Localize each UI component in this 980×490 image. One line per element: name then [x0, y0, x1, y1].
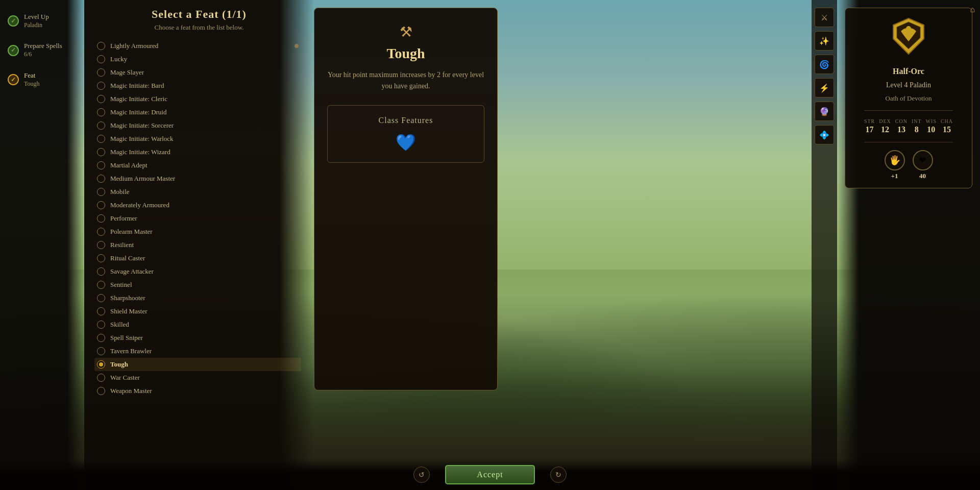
feat-name: Shield Master [110, 307, 148, 315]
stat-value: 15 [943, 125, 951, 134]
feat-item[interactable]: Performer [94, 212, 301, 225]
feat-item[interactable]: Tough [94, 358, 301, 371]
feat-item[interactable]: Magic Initiate: Druid [94, 106, 301, 119]
feat-name: War Caster [110, 374, 140, 382]
feat-item[interactable]: Sentinel [94, 278, 301, 291]
feat-name: Ritual Caster [110, 254, 145, 262]
feat-radio [97, 360, 105, 369]
stat-label: CHA [941, 118, 953, 124]
diamond-icon[interactable]: 💠 [815, 125, 834, 144]
character-card: Half-Orc Level 4 Paladin Oath of Devotio… [845, 8, 972, 188]
feat-name: Resilient [110, 241, 134, 249]
feat-radio [97, 175, 105, 183]
feat-radio [97, 214, 105, 223]
feat-name: Magic Initiate: Warlock [110, 135, 174, 143]
feat-radio [97, 307, 105, 315]
feat-name: Savage Attacker [110, 267, 154, 276]
feat-item[interactable]: Polearm Master [94, 225, 301, 238]
feat-radio [97, 374, 105, 382]
resource-value: 40 [919, 172, 926, 180]
feat-item[interactable]: Weapon Master [94, 384, 301, 398]
feat-item[interactable]: Medium Armour Master [94, 172, 301, 185]
feat-item[interactable]: Lucky [94, 53, 301, 66]
feat-radio [97, 55, 105, 63]
class-features-icon: 💙 [396, 133, 416, 152]
feat-item[interactable]: Mage Slayer [94, 66, 301, 79]
home-icon[interactable]: ⌂ [970, 5, 975, 14]
feat-item[interactable]: Magic Initiate: Bard [94, 79, 301, 92]
feat-radio [97, 188, 105, 196]
svg-point-2 [906, 26, 911, 31]
feat-name: Lightly Armoured [110, 42, 158, 50]
resource-row: 🖐+1❤40 [885, 150, 933, 180]
feat-radio [97, 228, 105, 236]
sword-icon[interactable]: ⚔ [815, 8, 834, 27]
sidebar-item-level-up[interactable]: ✓ Level Up Paladin [8, 10, 77, 32]
feat-name: Skilled [110, 321, 129, 329]
resource-item: ❤40 [913, 150, 933, 180]
feat-list: Lightly ArmouredLuckyMage SlayerMagic In… [94, 39, 304, 480]
feat-radio [97, 387, 105, 395]
magic-icon[interactable]: 🔮 [815, 102, 834, 121]
character-race: Half-Orc [893, 67, 924, 76]
sidebar-item-prepare-spells[interactable]: ✓ Prepare Spells 6/6 [8, 39, 77, 61]
feat-item[interactable]: Magic Initiate: Warlock [94, 132, 301, 145]
accept-button[interactable]: Accept [445, 465, 534, 484]
feat-item[interactable]: Lightly Armoured [94, 39, 301, 53]
feat-name: Performer [110, 214, 137, 223]
feat-name: Mage Slayer [110, 68, 144, 77]
feat-name: Magic Initiate: Bard [110, 82, 164, 90]
feat-item[interactable]: Moderately Armoured [94, 199, 301, 212]
stat-item: CHA15 [941, 118, 953, 134]
stat-value: 12 [881, 125, 889, 134]
feat-item[interactable]: Martial Adept [94, 159, 301, 172]
refresh-left-icon: ↺ [419, 471, 425, 479]
feat-radio [97, 161, 105, 169]
feat-item[interactable]: War Caster [94, 371, 301, 384]
bottom-icon-left[interactable]: ↺ [413, 467, 430, 483]
sparkle-icon[interactable]: ✨ [815, 31, 834, 51]
feat-item[interactable]: Spell Sniper [94, 331, 301, 345]
feat-radio [97, 121, 105, 130]
feat-name: Magic Initiate: Wizard [110, 148, 170, 156]
sidebar-item-feat-tough[interactable]: ✓ Feat Tough [8, 69, 77, 90]
feat-item[interactable]: Skilled [94, 318, 301, 331]
feat-item[interactable]: Sharpshooter [94, 291, 301, 305]
stat-value: 8 [915, 125, 919, 134]
scroll-indicator [295, 44, 299, 48]
stat-label: CON [895, 118, 908, 124]
stat-item: STR17 [864, 118, 875, 134]
panel-subtitle: Choose a feat from the list below. [94, 23, 304, 32]
feat-item[interactable]: Magic Initiate: Wizard [94, 145, 301, 159]
resource-item: 🖐+1 [885, 150, 905, 180]
character-crest [888, 16, 929, 62]
feat-item[interactable]: Shield Master [94, 305, 301, 318]
feat-name: Weapon Master [110, 387, 152, 395]
feat-name: Medium Armour Master [110, 175, 175, 183]
feat-item[interactable]: Ritual Caster [94, 252, 301, 265]
feat-radio [97, 82, 105, 90]
bottom-icon-right[interactable]: ↻ [550, 467, 567, 483]
feat-name: Spell Sniper [110, 334, 143, 342]
feat-item[interactable]: Magic Initiate: Sorcerer [94, 119, 301, 132]
feat-name: Sharpshooter [110, 294, 145, 302]
feat-radio [97, 135, 105, 143]
lightning-icon[interactable]: ⚡ [815, 78, 834, 97]
feat-check: ✓ [8, 74, 19, 85]
feat-radio [97, 201, 105, 209]
stat-label: STR [864, 118, 875, 124]
detail-feat-title: Tough [386, 45, 425, 62]
feat-item[interactable]: Savage Attacker [94, 265, 301, 278]
feat-item[interactable]: Mobile [94, 185, 301, 199]
feat-item[interactable]: Resilient [94, 238, 301, 252]
swirl-icon[interactable]: 🌀 [815, 55, 834, 74]
feat-name: Tavern Brawler [110, 347, 152, 355]
level-up-sublabel: Paladin [24, 21, 49, 30]
panel-title: Select a Feat (1/1) [94, 8, 304, 21]
feat-item[interactable]: Magic Initiate: Cleric [94, 92, 301, 106]
stats-panel: ⌂ Half-Orc Level 4 Paladin Oath of Devot… [837, 0, 980, 490]
detail-panel: ⚒ Tough Your hit point maximum increases… [314, 8, 498, 390]
stat-value: 17 [866, 125, 874, 134]
stat-label: INT [912, 118, 922, 124]
feat-item[interactable]: Tavern Brawler [94, 345, 301, 358]
